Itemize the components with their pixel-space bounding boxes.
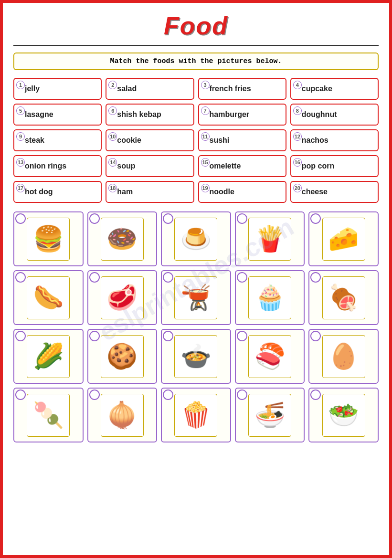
food-image-20: 🥗	[322, 394, 365, 437]
word-cell-9: 9 steak	[13, 129, 102, 151]
answer-circle-18	[163, 390, 173, 400]
onionrings-image: 🧅	[106, 400, 138, 430]
steak-image: 🥩	[106, 283, 138, 312]
word-num-2: 2	[108, 81, 117, 89]
image-cell-3: 🍮	[161, 211, 231, 266]
ham-image: 🍖	[328, 283, 359, 312]
image-cell-6: 🌭	[13, 270, 84, 325]
image-cell-5: 🧀	[308, 211, 379, 266]
images-section: 🍔 🍩 🍮 🍟 🧀 🌭	[13, 211, 379, 442]
answer-circle-19	[237, 390, 247, 400]
word-cell-15: 15 omelette	[198, 155, 286, 177]
word-cell-17: 17 hot dog	[13, 181, 102, 203]
word-cell-2: 2 salad	[106, 78, 194, 100]
word-label-8: doughnut	[302, 110, 337, 119]
word-num-12: 12	[293, 132, 302, 141]
image-cell-18: 🍿	[161, 388, 231, 442]
food-image-9: 🧁	[248, 276, 291, 319]
word-cell-1: 1 jelly	[13, 78, 102, 100]
egg-image: 🥚	[328, 342, 359, 371]
word-cell-11: 11 sushi	[198, 129, 286, 151]
food-image-8: 🫕	[174, 276, 217, 319]
sushi-image: 🍣	[254, 342, 286, 371]
doughnut-image: 🍩	[106, 224, 138, 253]
word-label-9: steak	[25, 136, 44, 145]
kebab-image: 🍡	[33, 400, 64, 430]
word-cell-13: 13 onion rings	[13, 155, 102, 177]
food-image-11: 🌽	[27, 335, 70, 378]
answer-circle-17	[89, 390, 100, 400]
word-label-1: jelly	[25, 84, 40, 93]
word-cell-16: 16 pop corn	[290, 155, 379, 177]
main-page: eslprintables.com Food Match the foods w…	[0, 0, 392, 558]
food-image-6: 🌭	[27, 276, 70, 319]
cheese-image: 🧀	[328, 224, 359, 253]
answer-circle-13	[163, 331, 173, 341]
word-label-10: cookie	[117, 136, 141, 145]
word-label-13: onion rings	[25, 162, 66, 170]
jelly-image: 🍮	[180, 224, 212, 253]
image-cell-16: 🍡	[13, 388, 84, 442]
lasagne-image: 🫕	[180, 283, 212, 312]
word-grid: 1 jelly 2 salad 3 french fries 4 cupcake…	[13, 78, 379, 203]
word-cell-5: 5 lasagne	[13, 104, 102, 126]
word-label-17: hot dog	[25, 188, 53, 196]
food-image-4: 🍟	[248, 218, 291, 261]
food-image-2: 🍩	[101, 218, 144, 261]
instruction-text: Match the foods with the pictures below.	[110, 57, 282, 65]
answer-circle-5	[310, 213, 321, 224]
food-image-10: 🍖	[322, 276, 365, 319]
word-num-3: 3	[201, 81, 210, 89]
food-image-17: 🧅	[101, 394, 144, 437]
word-num-15: 15	[201, 158, 210, 167]
word-num-13: 13	[16, 158, 25, 167]
image-cell-14: 🍣	[235, 329, 305, 384]
word-num-20: 20	[293, 184, 302, 192]
word-label-19: noodle	[210, 188, 234, 196]
word-label-14: soup	[117, 162, 135, 170]
answer-circle-8	[163, 272, 173, 283]
answer-circle-14	[237, 331, 247, 341]
page-title: Food	[13, 11, 379, 40]
word-num-18: 18	[108, 184, 117, 192]
word-label-15: omelette	[210, 162, 241, 170]
word-cell-6: 6 shish kebap	[106, 104, 194, 126]
image-cell-11: 🌽	[13, 329, 84, 384]
word-label-3: french fries	[210, 84, 251, 93]
word-cell-18: 18 ham	[106, 181, 194, 203]
word-num-17: 17	[16, 184, 25, 192]
answer-circle-4	[237, 213, 247, 224]
food-image-16: 🍡	[27, 394, 70, 437]
word-label-18: ham	[117, 188, 133, 196]
image-cell-17: 🧅	[87, 388, 158, 442]
food-image-1: 🍔	[27, 218, 70, 261]
word-cell-3: 3 french fries	[198, 78, 286, 100]
noodle-image: 🍜	[254, 400, 286, 430]
food-image-15: 🥚	[322, 335, 365, 378]
image-cell-1: 🍔	[13, 211, 84, 266]
image-cell-12: 🍪	[87, 329, 158, 384]
popcorn-image: 🍿	[180, 400, 212, 430]
image-cell-15: 🥚	[308, 329, 379, 384]
word-label-6: shish kebap	[117, 110, 161, 119]
word-num-6: 6	[108, 106, 117, 115]
image-cell-10: 🍖	[308, 270, 379, 325]
image-cell-20: 🥗	[308, 388, 379, 442]
word-label-11: sushi	[210, 136, 230, 145]
instruction-box: Match the foods with the pictures below.	[13, 53, 379, 70]
nachos-image: 🌽	[33, 342, 64, 371]
food-image-18: 🍿	[174, 394, 217, 437]
word-label-5: lasagne	[25, 110, 53, 119]
word-label-20: cheese	[302, 188, 328, 196]
cookie-image: 🍪	[106, 342, 138, 371]
food-image-14: 🍣	[248, 335, 291, 378]
word-label-16: pop corn	[302, 162, 334, 170]
word-num-10: 10	[108, 132, 117, 141]
word-cell-12: 12 nachos	[290, 129, 379, 151]
word-label-2: salad	[117, 84, 137, 93]
word-num-8: 8	[293, 106, 302, 115]
food-image-7: 🥩	[101, 276, 144, 319]
image-cell-13: 🍲	[161, 329, 231, 384]
word-num-7: 7	[201, 106, 210, 115]
word-cell-10: 10 cookie	[106, 129, 194, 151]
